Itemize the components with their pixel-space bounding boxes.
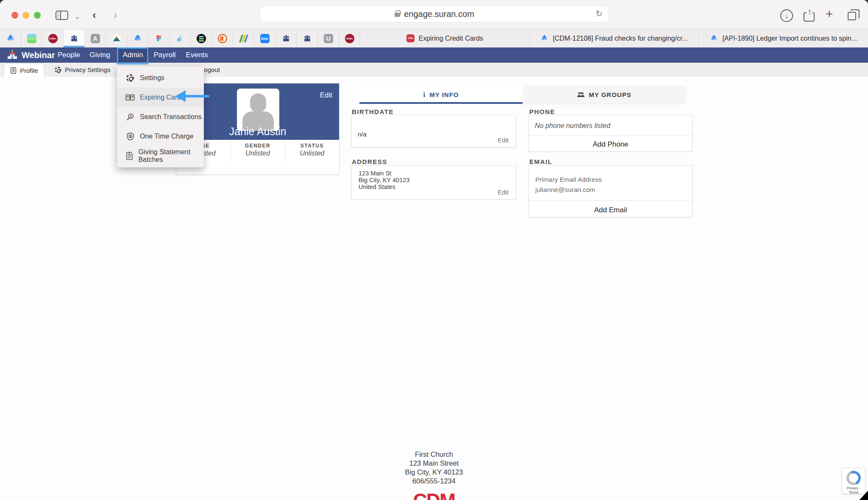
statement-icon: $ <box>125 152 133 160</box>
letter-u-icon: U <box>324 34 333 43</box>
cdm-icon: CDM <box>406 34 415 42</box>
lock-icon <box>395 13 400 17</box>
app-brand[interactable]: Webinar <box>7 50 55 61</box>
cdm-icon: CDM+ <box>48 34 58 43</box>
gear-icon <box>55 67 61 73</box>
url-text: engage.suran.com <box>404 9 474 19</box>
annotation-arrow-icon <box>175 90 209 103</box>
stat-status: STATUS Unlisted <box>285 140 339 161</box>
credit-cards-icon <box>125 94 135 101</box>
recaptcha-badge[interactable]: Privacy - Terms <box>842 468 865 494</box>
groups-icon <box>577 92 585 98</box>
avatar <box>237 89 279 131</box>
figma-icon <box>154 34 164 43</box>
birthdate-card: n/a Edit <box>351 115 516 147</box>
url-bar[interactable]: engage.suran.com ↻ <box>260 6 609 22</box>
edit-birthdate-link[interactable]: Edit <box>498 136 509 144</box>
edit-profile-link[interactable]: Edit <box>320 91 332 100</box>
nav-item-payroll[interactable]: Payroll <box>153 47 177 63</box>
pinned-tab-church3[interactable] <box>297 29 318 47</box>
church-people-icon <box>303 34 312 43</box>
pinned-tab-stripes[interactable] <box>21 29 42 47</box>
reload-icon[interactable]: ↻ <box>595 8 603 19</box>
chevron-down-icon[interactable]: ⌄ <box>75 13 80 20</box>
pinned-tab-cdm[interactable]: CDM+ <box>42 29 64 47</box>
recaptcha-icon <box>844 469 863 487</box>
tab-privacy-settings[interactable]: Privacy Settings <box>54 63 111 77</box>
tab-profile[interactable]: Profile <box>4 64 44 77</box>
phone-label: PHONE <box>529 108 555 115</box>
pinned-tab-stacks[interactable] <box>191 29 212 47</box>
tab-my-info[interactable]: i MY INFO <box>359 86 523 104</box>
pinned-tab-tent[interactable] <box>106 29 127 47</box>
tab-my-groups[interactable]: MY GROUPS <box>523 86 686 104</box>
svg-text:$: $ <box>129 134 131 138</box>
tab-expiring-credit-cards[interactable]: CDMExpiring Credit Cards <box>360 29 530 47</box>
close-window-button[interactable] <box>11 12 18 19</box>
pinned-tab-church-active[interactable] <box>64 29 85 47</box>
edit-address-link[interactable]: Edit <box>498 189 509 196</box>
email-value: julianne@suran.com <box>535 186 595 194</box>
address-card: 123 Main St Big City, KY 40123 United St… <box>351 165 516 200</box>
contact-card-icon <box>10 67 17 74</box>
info-tabbar: i MY INFO MY GROUPS <box>359 86 686 104</box>
org-street: 123 Main Street <box>0 459 868 468</box>
church-people-icon <box>281 34 291 43</box>
tab-overview-icon[interactable] <box>848 12 856 20</box>
pinned-tab-church2[interactable] <box>275 29 297 47</box>
sidebar-toggle-icon[interactable] <box>56 11 68 20</box>
pinned-tab-figma[interactable] <box>148 29 170 47</box>
menu-item-search-transactions[interactable]: $ Search Transactions <box>117 107 204 127</box>
cdm-icon: CDM+ <box>345 34 354 43</box>
search-money-icon: $ <box>125 113 135 121</box>
tent-icon <box>112 34 121 43</box>
cdm-logo: CDM <box>0 489 868 500</box>
minimize-window-button[interactable] <box>22 12 29 19</box>
back-button[interactable]: ‹ <box>92 9 96 20</box>
forward-button[interactable]: › <box>114 9 117 20</box>
brand-label: Webinar <box>22 50 55 60</box>
pinned-tab-letter-u[interactable]: U <box>318 29 339 47</box>
birthdate-label: BIRTHDATE <box>352 108 394 115</box>
tab-api-1890[interactable]: [API-1890] Ledger Import continues to sp… <box>699 29 868 47</box>
share-icon[interactable] <box>804 12 815 22</box>
pinned-tab-cdm2[interactable]: CDM+ <box>339 29 360 47</box>
menu-item-settings[interactable]: Settings <box>117 68 204 88</box>
pinned-tab-jira[interactable] <box>0 29 21 47</box>
menu-item-one-time-charge[interactable]: $ One Time Charge <box>117 127 204 146</box>
tab-cdm-12108[interactable]: [CDM-12108] Fraud checks for changing/cr… <box>530 29 699 47</box>
pinned-tab-jira2[interactable] <box>127 29 148 47</box>
admin-focus-annotation <box>117 47 148 64</box>
browser-chrome: ⌄ ‹ › engage.suran.com ↻ ↓ + <box>0 0 868 29</box>
add-phone-button[interactable]: Add Phone <box>529 140 692 149</box>
tab-strip: CDM+ A box U CDM+ CDMExpiring Credit Car… <box>0 29 868 47</box>
downloads-icon[interactable]: ↓ <box>780 9 793 22</box>
box-icon: box <box>260 34 270 43</box>
new-tab-icon[interactable]: + <box>826 7 833 21</box>
email-type: Primary Email Address <box>535 176 602 183</box>
letter-a-icon: A <box>91 34 100 43</box>
stacks-icon <box>197 34 206 43</box>
shield-money-icon: $ <box>125 132 135 141</box>
stripes-icon <box>27 34 36 43</box>
pinned-tab-letter-a[interactable]: A <box>85 29 106 47</box>
pinned-tab-ring[interactable] <box>212 29 233 47</box>
address-value: 123 Main St Big City, KY 40123 United St… <box>359 170 409 190</box>
church-people-icon <box>70 34 79 43</box>
jira-icon <box>6 34 15 43</box>
pinned-tab-box[interactable]: box <box>254 29 275 47</box>
email-card: Primary Email Address julianne@suran.com… <box>529 165 693 217</box>
browser-window: ⌄ ‹ › engage.suran.com ↻ ↓ + CDM+ A box … <box>0 0 868 500</box>
address-label: ADDRESS <box>352 158 387 165</box>
jira-icon <box>133 34 142 43</box>
nav-item-giving[interactable]: Giving <box>89 47 111 63</box>
jira-icon <box>710 34 718 42</box>
pinned-tab-atlassian[interactable] <box>170 29 191 47</box>
nav-item-events[interactable]: Events <box>185 47 209 63</box>
nav-item-people[interactable]: People <box>57 47 81 63</box>
menu-item-giving-statement-batches[interactable]: $ Giving Statement Batches <box>117 146 204 166</box>
stat-gender: GENDER Unlisted <box>231 140 285 161</box>
add-email-button[interactable]: Add Email <box>529 206 692 214</box>
zoom-window-button[interactable] <box>34 12 41 19</box>
pinned-tab-slashes[interactable] <box>233 29 254 47</box>
